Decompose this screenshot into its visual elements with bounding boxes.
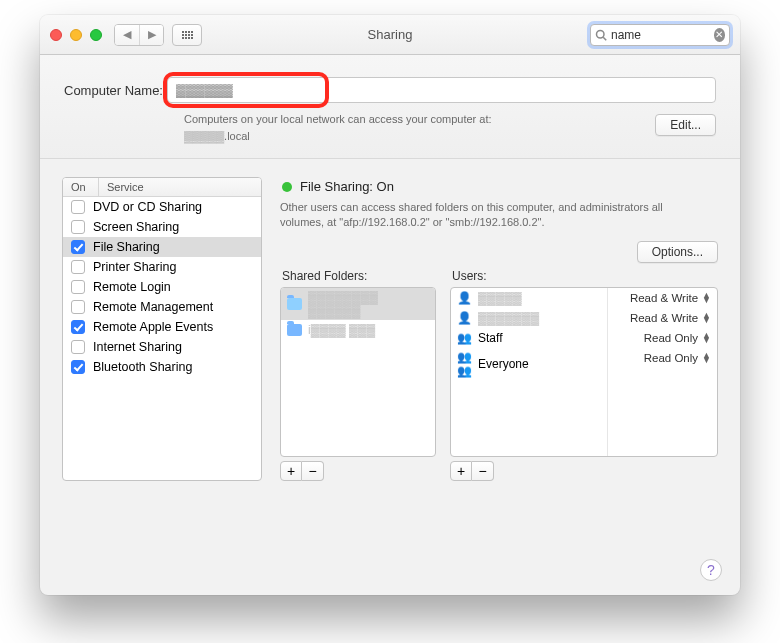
service-row-8[interactable]: Bluetooth Sharing bbox=[63, 357, 261, 377]
service-detail: File Sharing: On Other users can access … bbox=[280, 177, 718, 481]
user-permission-2[interactable]: Read Only▲▼ bbox=[608, 328, 717, 348]
service-checkbox[interactable] bbox=[71, 220, 85, 234]
service-row-7[interactable]: Internet Sharing bbox=[63, 337, 261, 357]
user-permission-1[interactable]: Read & Write▲▼ bbox=[608, 308, 717, 328]
service-label: Remote Login bbox=[93, 280, 171, 294]
col-on: On bbox=[63, 178, 99, 196]
service-label: Remote Management bbox=[93, 300, 213, 314]
user-name: Staff bbox=[478, 331, 502, 345]
service-checkbox[interactable] bbox=[71, 300, 85, 314]
svg-point-0 bbox=[597, 30, 605, 38]
service-checkbox[interactable] bbox=[71, 200, 85, 214]
window-controls bbox=[50, 29, 102, 41]
users-label: Users: bbox=[452, 269, 718, 283]
back-button[interactable]: ◀ bbox=[115, 25, 139, 45]
folder-label: ▓▓▓▓▓▓▓▓ ▓▓▓▓▓▓ bbox=[308, 290, 429, 318]
permission-label: Read Only bbox=[644, 352, 698, 364]
minimize-window-button[interactable] bbox=[70, 29, 82, 41]
users-panel: Users: 👤▓▓▓▓▓👤▓▓▓▓▓▓▓👥Staff👥👥Everyone Re… bbox=[450, 269, 718, 481]
service-label: File Sharing bbox=[93, 240, 160, 254]
services-list: On Service DVD or CD SharingScreen Shari… bbox=[62, 177, 262, 481]
user-icon: 👥👥 bbox=[457, 350, 472, 378]
edit-hostname-button[interactable]: Edit... bbox=[655, 114, 716, 136]
zoom-window-button[interactable] bbox=[90, 29, 102, 41]
add-folder-button[interactable]: + bbox=[280, 461, 302, 481]
computer-name-field[interactable] bbox=[167, 77, 716, 103]
status-label: File Sharing: On bbox=[300, 179, 394, 194]
computer-name-section: Computer Name: Computers on your local n… bbox=[40, 55, 740, 159]
search-input[interactable] bbox=[607, 28, 714, 42]
user-row-0[interactable]: 👤▓▓▓▓▓ bbox=[451, 288, 607, 308]
service-row-2[interactable]: File Sharing bbox=[63, 237, 261, 257]
help-button[interactable]: ? bbox=[700, 559, 722, 581]
user-icon: 👤 bbox=[457, 311, 472, 325]
user-row-3[interactable]: 👥👥Everyone bbox=[451, 348, 607, 380]
user-permission-0[interactable]: Read & Write▲▼ bbox=[608, 288, 717, 308]
search-field[interactable]: ✕ bbox=[590, 24, 730, 46]
user-row-1[interactable]: 👤▓▓▓▓▓▓▓ bbox=[451, 308, 607, 328]
search-icon bbox=[595, 29, 607, 41]
user-icon: 👤 bbox=[457, 291, 472, 305]
permission-label: Read & Write bbox=[630, 312, 698, 324]
users-list[interactable]: 👤▓▓▓▓▓👤▓▓▓▓▓▓▓👥Staff👥👥Everyone Read & Wr… bbox=[450, 287, 718, 457]
computer-name-label: Computer Name: bbox=[64, 83, 163, 98]
col-service: Service bbox=[99, 178, 152, 196]
service-row-0[interactable]: DVD or CD Sharing bbox=[63, 197, 261, 217]
forward-button[interactable]: ▶ bbox=[139, 25, 163, 45]
permission-label: Read Only bbox=[644, 332, 698, 344]
service-checkbox[interactable] bbox=[71, 280, 85, 294]
service-checkbox[interactable] bbox=[71, 360, 85, 374]
folder-icon bbox=[287, 298, 302, 310]
service-description: Other users can access shared folders on… bbox=[280, 200, 700, 231]
service-label: DVD or CD Sharing bbox=[93, 200, 202, 214]
shared-folders-list[interactable]: ▓▓▓▓▓▓▓▓ ▓▓▓▓▓▓i▓▓▓▓ ▓▓▓ bbox=[280, 287, 436, 457]
status-indicator-icon bbox=[282, 182, 292, 192]
add-user-button[interactable]: + bbox=[450, 461, 472, 481]
stepper-icon: ▲▼ bbox=[702, 353, 711, 363]
service-label: Screen Sharing bbox=[93, 220, 179, 234]
user-row-2[interactable]: 👥Staff bbox=[451, 328, 607, 348]
nav-segment: ◀ ▶ bbox=[114, 24, 164, 46]
remove-folder-button[interactable]: − bbox=[302, 461, 324, 481]
body: On Service DVD or CD SharingScreen Shari… bbox=[40, 159, 740, 497]
shared-folders-panel: Shared Folders: ▓▓▓▓▓▓▓▓ ▓▓▓▓▓▓i▓▓▓▓ ▓▓▓… bbox=[280, 269, 436, 481]
computer-name-subtext: Computers on your local network can acce… bbox=[184, 111, 716, 144]
services-header: On Service bbox=[63, 178, 261, 197]
service-label: Internet Sharing bbox=[93, 340, 182, 354]
user-name: ▓▓▓▓▓▓▓ bbox=[478, 311, 539, 325]
stepper-icon: ▲▼ bbox=[702, 293, 711, 303]
user-name: ▓▓▓▓▓ bbox=[478, 291, 522, 305]
service-row-5[interactable]: Remote Management bbox=[63, 297, 261, 317]
close-window-button[interactable] bbox=[50, 29, 62, 41]
remove-user-button[interactable]: − bbox=[472, 461, 494, 481]
shared-folders-label: Shared Folders: bbox=[282, 269, 436, 283]
folder-row-0[interactable]: ▓▓▓▓▓▓▓▓ ▓▓▓▓▓▓ bbox=[281, 288, 435, 320]
service-label: Bluetooth Sharing bbox=[93, 360, 192, 374]
service-row-4[interactable]: Remote Login bbox=[63, 277, 261, 297]
service-checkbox[interactable] bbox=[71, 340, 85, 354]
service-row-1[interactable]: Screen Sharing bbox=[63, 217, 261, 237]
service-label: Remote Apple Events bbox=[93, 320, 213, 334]
grid-icon bbox=[182, 31, 193, 39]
user-name: Everyone bbox=[478, 357, 529, 371]
folder-label: i▓▓▓▓ ▓▓▓ bbox=[308, 323, 375, 337]
service-checkbox[interactable] bbox=[71, 320, 85, 334]
user-permission-3[interactable]: Read Only▲▼ bbox=[608, 348, 717, 368]
service-label: Printer Sharing bbox=[93, 260, 176, 274]
preferences-window: ◀ ▶ Sharing ✕ Computer Name: bbox=[40, 15, 740, 595]
options-button[interactable]: Options... bbox=[637, 241, 718, 263]
service-checkbox[interactable] bbox=[71, 240, 85, 254]
folder-row-1[interactable]: i▓▓▓▓ ▓▓▓ bbox=[281, 320, 435, 340]
service-row-6[interactable]: Remote Apple Events bbox=[63, 317, 261, 337]
user-icon: 👥 bbox=[457, 331, 472, 345]
stepper-icon: ▲▼ bbox=[702, 333, 711, 343]
service-checkbox[interactable] bbox=[71, 260, 85, 274]
show-all-button[interactable] bbox=[172, 24, 202, 46]
stepper-icon: ▲▼ bbox=[702, 313, 711, 323]
permission-label: Read & Write bbox=[630, 292, 698, 304]
titlebar: ◀ ▶ Sharing ✕ bbox=[40, 15, 740, 55]
service-row-3[interactable]: Printer Sharing bbox=[63, 257, 261, 277]
svg-line-1 bbox=[603, 37, 606, 40]
folder-icon bbox=[287, 324, 302, 336]
clear-search-button[interactable]: ✕ bbox=[714, 28, 725, 42]
